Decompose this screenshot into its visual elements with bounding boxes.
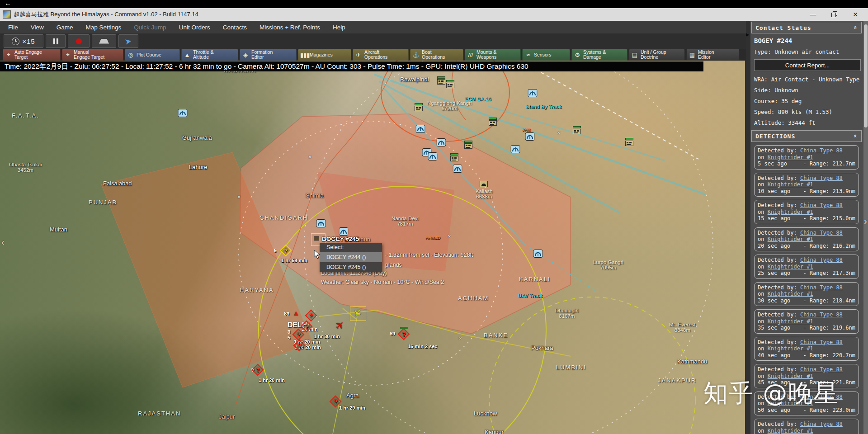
detections-header[interactable]: DETECTIONS «	[751, 130, 862, 142]
detection-sensor-link[interactable]: China Type 88	[800, 311, 843, 318]
unit-hostile[interactable]: ?	[254, 366, 262, 374]
throttle-altitude-button[interactable]: ▲Throttle &Altitude	[181, 49, 238, 61]
unit-air[interactable]	[533, 250, 543, 258]
context-menu-item-bogey-244[interactable]: BOGEY #244 ()	[320, 252, 382, 262]
map-label-: ×	[237, 193, 241, 200]
detection-platform-link[interactable]: Knightrider #1	[768, 345, 813, 352]
unit-plane-red[interactable]: ✈	[335, 319, 344, 332]
menu-item-map-settings[interactable]: Map Settings	[80, 24, 128, 31]
unit-air[interactable]	[178, 109, 188, 117]
manual-engage-target-button[interactable]: ⌖ManualEngage Target	[62, 49, 123, 61]
restore-button[interactable]	[831, 11, 837, 18]
quick-jump-button[interactable]: ➤	[118, 34, 138, 48]
contact-report-button[interactable]: Contact Report...	[754, 59, 861, 71]
unit-hostile[interactable]: ?	[302, 322, 311, 331]
detection-platform-link[interactable]: Knightrider #1	[768, 209, 813, 215]
unit-hostile[interactable]: ?	[307, 311, 316, 320]
unit-flag[interactable]	[437, 76, 445, 85]
detection-platform-link[interactable]: Knightrider #1	[768, 318, 813, 325]
detection-line-2: on Knightrider #1	[758, 318, 855, 325]
window-controls: — ✕	[810, 11, 868, 18]
pause-button[interactable]	[46, 34, 66, 48]
unit-air[interactable]	[339, 227, 349, 236]
unit-flag[interactable]	[573, 126, 581, 134]
menu-item-view[interactable]: View	[24, 24, 50, 31]
unit-radar[interactable]	[480, 181, 488, 187]
unit-flag[interactable]	[464, 141, 472, 149]
unit-air[interactable]	[511, 145, 520, 153]
menu-item-unit-orders[interactable]: Unit Orders	[173, 24, 217, 31]
menu-item-file[interactable]: File	[2, 24, 24, 31]
collapse-icon[interactable]: «	[852, 26, 859, 30]
unit-hostile[interactable]: ?	[331, 397, 340, 406]
unit-group-doctrine-button[interactable]: ▤Unit / GroupDoctrine	[629, 49, 685, 61]
auto-engage-target-button[interactable]: ⌖Auto EngageTarget	[3, 49, 61, 61]
detection-sensor-link[interactable]: China Type 88	[800, 421, 843, 427]
boat-operations-button[interactable]: ⚓BoatOperations	[410, 49, 463, 61]
context-menu-item-bogey-245[interactable]: BOGEY #245 ()	[320, 262, 382, 272]
aircraft-operations-button[interactable]: ✈AircraftOperations	[353, 49, 409, 61]
detection-entry: Detected by: China Type 88on Knightrider…	[754, 419, 859, 434]
unit-hostile[interactable]: ?	[294, 330, 303, 339]
detection-platform-link[interactable]: Knightrider #1	[768, 181, 813, 188]
detection-platform-link[interactable]: Knightrider #1	[768, 264, 813, 270]
systems-damage-button[interactable]: ⚙Systems &Damage	[571, 49, 627, 61]
unit-hostile[interactable]: ?	[295, 341, 304, 350]
detection-sensor-link[interactable]: China Type 88	[800, 230, 843, 236]
unit-flag[interactable]	[625, 138, 633, 146]
emcon-button[interactable]	[92, 34, 116, 48]
menu-item-help[interactable]: Help	[326, 24, 352, 31]
detection-sensor-link[interactable]: China Type 88	[800, 175, 843, 181]
minimize-button[interactable]: —	[810, 11, 816, 18]
panel-expand-icon[interactable]: ›	[864, 216, 867, 226]
plot-course-button[interactable]: ◎Plot Course	[125, 49, 180, 61]
menu-item-game[interactable]: Game	[50, 24, 80, 31]
menu-item-contacts[interactable]: Contacts	[217, 24, 253, 31]
detection-platform-link[interactable]: Knightrider #1	[768, 428, 813, 434]
detection-sensor-link[interactable]: China Type 88	[800, 366, 843, 373]
unit-unknown[interactable]: ?	[282, 246, 290, 255]
sensors-button[interactable]: ≈Sensors	[522, 49, 570, 61]
formation-editor-button[interactable]: ◈FormationEditor	[240, 49, 297, 61]
unit-air[interactable]	[437, 138, 446, 146]
detection-sensor-link[interactable]: China Type 88	[800, 339, 843, 345]
button-label: ManualEngage Target	[74, 50, 104, 60]
unit-air[interactable]	[416, 125, 425, 133]
record-button[interactable]	[68, 34, 90, 48]
contact-label-bogey-245[interactable]: BOGEY #245	[322, 236, 359, 242]
detection-platform-link[interactable]: Knightrider #1	[768, 291, 813, 297]
detection-sensor-link[interactable]: China Type 88	[800, 257, 843, 263]
unit-flag[interactable]	[415, 103, 423, 111]
detection-sensor-link[interactable]: China Type 88	[800, 202, 843, 208]
contact-status-header[interactable]: Contact Status «	[751, 22, 862, 33]
menu-item-quick-jump[interactable]: Quick Jump	[127, 24, 172, 31]
unit-air[interactable]	[528, 89, 538, 97]
map-pan-left-icon[interactable]: ‹	[1, 237, 5, 247]
unit-air[interactable]	[316, 219, 326, 227]
unit-air[interactable]	[525, 132, 535, 141]
unit-hostile-id[interactable]: ?	[400, 327, 408, 339]
collapse-icon[interactable]: «	[852, 134, 859, 138]
time-compression-button[interactable]: ×15	[4, 34, 43, 48]
unit-flag[interactable]	[489, 118, 497, 126]
unit-air[interactable]	[453, 165, 462, 173]
magazines-button[interactable]: ▮▮▮Magazines	[298, 49, 351, 61]
detection-platform-link[interactable]: Knightrider #1	[768, 236, 813, 242]
map-label-3: 3	[288, 329, 290, 335]
detection-platform-link[interactable]: Knightrider #1	[768, 154, 813, 160]
detection-line-2: on Knightrider #1	[758, 181, 855, 188]
close-button[interactable]: ✕	[853, 11, 858, 18]
detection-sensor-link[interactable]: China Type 88	[800, 284, 843, 291]
mounts-weapons-button[interactable]: ///Mounts &Weapons	[465, 49, 521, 61]
unit-flag[interactable]	[450, 153, 458, 161]
menu-item-missions-ref-points[interactable]: Missions + Ref. Points	[253, 24, 326, 31]
unit-air[interactable]	[428, 152, 438, 160]
back-arrow-icon[interactable]: ←	[5, 0, 11, 7]
sidebar-toggle-icon[interactable]: ▶	[745, 32, 749, 38]
scrollbar-thumb[interactable]	[864, 24, 868, 127]
mission-editor-button[interactable]: ▦MissionEditor	[686, 49, 740, 61]
unit-flag[interactable]	[446, 80, 454, 88]
sidebar-scrollbar[interactable]	[863, 21, 868, 434]
detection-sensor-link[interactable]: China Type 88	[800, 147, 843, 154]
unit-hostile-solid[interactable]: ▲	[293, 309, 300, 317]
